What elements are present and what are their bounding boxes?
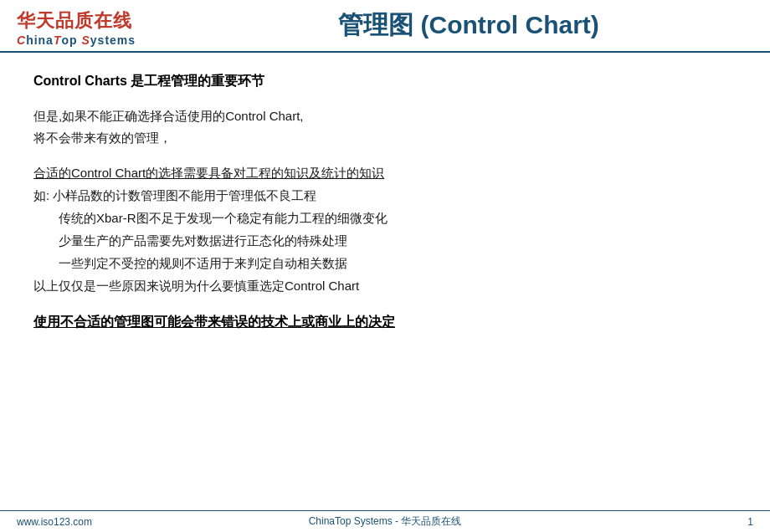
logo-bottom: ChinaTop Systems — [17, 33, 184, 47]
para1-line2: 将不会带来有效的管理， — [33, 130, 172, 145]
footer-center: ChinaTop Systems - 华天品质在线 — [262, 514, 507, 529]
section-heading: Control Charts 是工程管理的重要环节 — [33, 73, 737, 90]
paragraph-1: 但是,如果不能正确选择合适使用的Control Chart, 将不会带来有效的管… — [33, 105, 737, 148]
footer: www.iso123.com ChinaTop Systems - 华天品质在线… — [0, 510, 770, 532]
logo-area: 华天品质在线 ChinaTop Systems — [17, 8, 184, 47]
logo-s: S — [81, 33, 90, 47]
logo-t: T — [54, 33, 62, 47]
paragraph-2: 合适的Control Chart的选择需要具备对工程的知识及统计的知识 如: 小… — [33, 161, 737, 297]
para2-line4: 少量生产的产品需要先对数据进行正态化的特殊处理 — [59, 233, 347, 248]
header: 华天品质在线 ChinaTop Systems 管理图 (Control Cha… — [0, 0, 770, 53]
para2-line2: 如: 小样品数的计数管理图不能用于管理低不良工程 — [33, 188, 316, 202]
logo-c: C — [17, 33, 26, 47]
para1-line1: 但是,如果不能正确选择合适使用的Control Chart, — [33, 109, 304, 123]
para2-line1: 合适的Control Chart的选择需要具备对工程的知识及统计的知识 — [33, 166, 384, 180]
para2-line3: 传统的Xbar-R图不足于发现一个稳定有能力工程的细微变化 — [59, 211, 388, 225]
main-content: Control Charts 是工程管理的重要环节 但是,如果不能正确选择合适使… — [0, 58, 770, 348]
footer-right: 1 — [508, 516, 753, 528]
page-title-area: 管理图 (Control Chart) — [184, 8, 753, 48]
logo-top: 华天品质在线 — [17, 8, 184, 33]
bottom-highlight-text: 使用不合适的管理图可能会带来错误的技术上或商业上的决定 — [33, 314, 737, 331]
para2-line6: 以上仅仅是一些原因来说明为什么要慎重选定Control Chart — [33, 279, 359, 293]
page-title: 管理图 (Control Chart) — [184, 8, 753, 43]
para2-line5: 一些判定不受控的规则不适用于来判定自动相关数据 — [59, 256, 347, 270]
footer-left: www.iso123.com — [17, 516, 262, 528]
